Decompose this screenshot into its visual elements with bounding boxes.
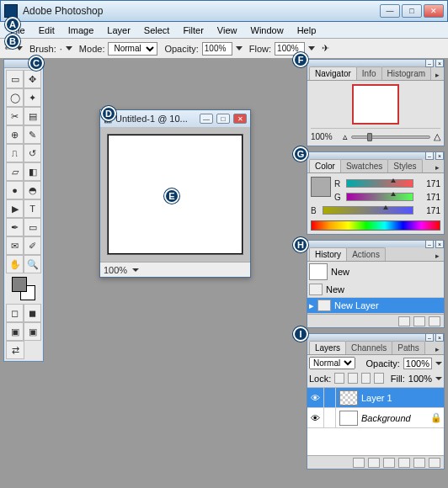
- layer-row[interactable]: 👁 Layer 1: [307, 388, 444, 408]
- color-grip[interactable]: –×: [307, 152, 444, 159]
- navigator-zoom-slider[interactable]: [351, 135, 430, 139]
- tab-channels[interactable]: Channels: [345, 341, 392, 354]
- layer-name[interactable]: Background: [361, 413, 430, 423]
- b-slider[interactable]: [323, 206, 413, 215]
- slice-tool[interactable]: ▤: [24, 107, 41, 125]
- delete-icon[interactable]: [429, 316, 440, 326]
- r-slider[interactable]: [346, 179, 413, 188]
- new-layer-icon[interactable]: [413, 458, 425, 468]
- move-tool[interactable]: ✥: [24, 70, 41, 88]
- marquee-tool[interactable]: ▭: [6, 70, 24, 88]
- tab-color[interactable]: Color: [309, 159, 341, 172]
- eyedropper-tool[interactable]: ✐: [24, 236, 41, 255]
- wand-tool[interactable]: ✦: [24, 88, 41, 107]
- menu-edit[interactable]: Edit: [32, 24, 61, 37]
- navigator-menu-icon[interactable]: ▸: [432, 70, 442, 80]
- menu-select[interactable]: Select: [137, 24, 177, 37]
- doc-maximize-button[interactable]: □: [216, 114, 230, 124]
- tab-histogram[interactable]: Histogram: [381, 66, 432, 80]
- navigator-thumbnail[interactable]: [352, 84, 399, 125]
- close-button[interactable]: ✕: [424, 4, 444, 18]
- visibility-icon[interactable]: 👁: [307, 408, 324, 427]
- tab-history[interactable]: History: [309, 247, 347, 261]
- stamp-tool[interactable]: ⎍: [6, 144, 24, 162]
- tab-swatches[interactable]: Swatches: [340, 159, 388, 172]
- crop-tool[interactable]: ✂: [6, 107, 24, 125]
- flow-dropdown[interactable]: [308, 46, 315, 50]
- menu-image[interactable]: Image: [61, 24, 101, 37]
- pen-tool[interactable]: ✒: [6, 218, 24, 236]
- layers-close[interactable]: ×: [435, 333, 444, 342]
- link-cell[interactable]: [324, 408, 336, 427]
- color-menu-icon[interactable]: ▸: [432, 162, 442, 172]
- history-snapshot[interactable]: New: [307, 262, 444, 282]
- lock-all-icon[interactable]: [374, 373, 384, 384]
- opacity-dropdown[interactable]: [236, 46, 243, 50]
- color-collapse[interactable]: –: [425, 151, 434, 160]
- minimize-button[interactable]: —: [380, 4, 400, 18]
- fg-color[interactable]: [12, 277, 27, 292]
- history-brush-tool[interactable]: ↺: [24, 144, 41, 162]
- lock-pixels-icon[interactable]: [348, 373, 358, 384]
- hand-tool[interactable]: ✋: [6, 255, 24, 273]
- layers-menu-icon[interactable]: ▸: [432, 344, 442, 354]
- navigator-grip[interactable]: –×: [307, 60, 444, 66]
- layers-collapse[interactable]: –: [425, 333, 434, 342]
- maximize-button[interactable]: □: [402, 4, 422, 18]
- dodge-tool[interactable]: ◓: [24, 181, 41, 199]
- blend-mode-select[interactable]: Normal: [309, 357, 355, 369]
- tab-navigator[interactable]: Navigator: [309, 66, 357, 80]
- type-tool[interactable]: T: [24, 199, 41, 218]
- adjustment-layer-icon[interactable]: [398, 458, 410, 468]
- brush-picker[interactable]: ·: [60, 44, 62, 54]
- history-collapse[interactable]: –: [425, 240, 434, 248]
- tab-styles[interactable]: Styles: [387, 159, 422, 172]
- g-slider[interactable]: [346, 193, 413, 201]
- brush-dropdown[interactable]: [66, 46, 72, 50]
- b-value[interactable]: 171: [417, 206, 440, 215]
- history-item[interactable]: ▸New Layer: [307, 298, 444, 314]
- quickmask-toggle[interactable]: ◻: [6, 304, 24, 322]
- doc-close-button[interactable]: ✕: [233, 114, 247, 124]
- shape-tool[interactable]: ▭: [24, 218, 41, 236]
- layer-name[interactable]: Layer 1: [361, 393, 444, 403]
- lock-transparency-icon[interactable]: [334, 373, 344, 384]
- opacity-slider-icon[interactable]: [435, 362, 442, 365]
- notes-tool[interactable]: ✉: [6, 236, 24, 255]
- layer-thumbnail[interactable]: [339, 411, 358, 426]
- menu-help[interactable]: Help: [291, 24, 323, 37]
- link-cell[interactable]: [324, 388, 336, 407]
- new-snapshot-icon[interactable]: [413, 316, 425, 326]
- new-set-icon[interactable]: [383, 458, 395, 468]
- delete-layer-icon[interactable]: [429, 458, 440, 468]
- color-spectrum[interactable]: [311, 220, 440, 231]
- g-value[interactable]: 171: [417, 193, 440, 202]
- lock-position-icon[interactable]: [361, 373, 371, 384]
- history-menu-icon[interactable]: ▸: [432, 251, 442, 261]
- menu-view[interactable]: View: [211, 24, 244, 37]
- zoom-out-icon[interactable]: ▵: [343, 131, 348, 142]
- layers-grip[interactable]: –×: [307, 334, 444, 341]
- fill-slider-icon[interactable]: [435, 377, 442, 380]
- history-close[interactable]: ×: [435, 240, 444, 248]
- r-value[interactable]: 171: [417, 179, 440, 188]
- mode-select[interactable]: Normal: [108, 42, 157, 56]
- history-grip[interactable]: –×: [307, 241, 444, 247]
- quickmask-on[interactable]: ◼: [24, 304, 41, 322]
- heal-tool[interactable]: ⊕: [6, 125, 24, 144]
- create-doc-icon[interactable]: [398, 316, 410, 326]
- path-select-tool[interactable]: ▶: [6, 199, 24, 218]
- zoom-tool[interactable]: 🔍: [24, 255, 41, 273]
- menu-window[interactable]: Window: [244, 24, 291, 37]
- tab-layers[interactable]: Layers: [309, 341, 346, 354]
- blur-tool[interactable]: ●: [6, 181, 24, 199]
- airbrush-icon[interactable]: ✈: [322, 43, 329, 54]
- fill-value[interactable]: 100%: [408, 374, 432, 384]
- lasso-tool[interactable]: ◯: [6, 88, 24, 107]
- eraser-tool[interactable]: ▱: [6, 162, 24, 181]
- fg-bg-swatch[interactable]: [12, 277, 35, 300]
- menu-layer[interactable]: Layer: [100, 24, 137, 37]
- screenmode-a[interactable]: ▣: [6, 322, 24, 341]
- brush-tool[interactable]: ✎: [24, 125, 41, 144]
- layer-style-icon[interactable]: [353, 458, 365, 468]
